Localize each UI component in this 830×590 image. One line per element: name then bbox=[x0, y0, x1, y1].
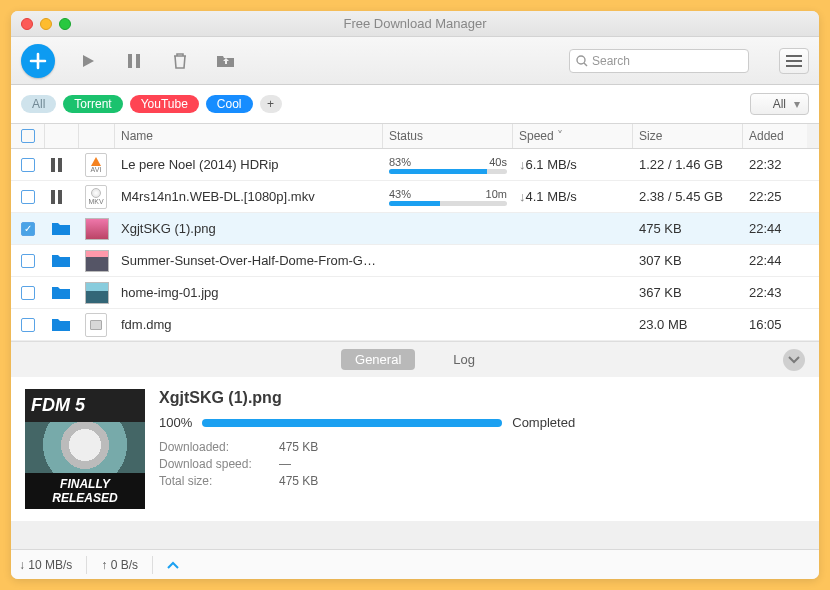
table-row[interactable]: XgjtSKG (1).png 475 KB 22:44 bbox=[11, 213, 819, 245]
column-icon bbox=[79, 124, 115, 148]
file-icon: MKV bbox=[85, 185, 107, 209]
row-name: Le pere Noel (2014) HDRip bbox=[121, 157, 279, 172]
row-added: 22:44 bbox=[749, 221, 782, 236]
trash-icon bbox=[172, 52, 188, 70]
tag-youtube[interactable]: YouTube bbox=[130, 95, 199, 113]
main-toolbar: Search bbox=[11, 37, 819, 85]
pause-button[interactable] bbox=[121, 53, 147, 69]
table-row[interactable]: AVI Le pere Noel (2014) HDRip 83%40s 6.1… bbox=[11, 149, 819, 181]
select-all-checkbox[interactable] bbox=[21, 129, 35, 143]
row-name: XgjtSKG (1).png bbox=[121, 221, 216, 236]
row-size: 1.22 / 1.46 GB bbox=[639, 157, 723, 172]
tag-all[interactable]: All bbox=[21, 95, 56, 113]
column-state bbox=[45, 124, 79, 148]
column-size[interactable]: Size bbox=[633, 124, 743, 148]
row-size: 23.0 MB bbox=[639, 317, 687, 332]
minimize-window-button[interactable] bbox=[40, 18, 52, 30]
row-checkbox[interactable] bbox=[21, 254, 35, 268]
search-placeholder: Search bbox=[592, 54, 630, 68]
row-added: 16:05 bbox=[749, 317, 782, 332]
column-checkbox[interactable] bbox=[11, 124, 45, 148]
hamburger-icon bbox=[786, 55, 802, 67]
window-title: Free Download Manager bbox=[343, 16, 486, 31]
progress-cell: 43%10m bbox=[389, 188, 507, 206]
table-row[interactable]: home-img-01.jpg 367 KB 22:43 bbox=[11, 277, 819, 309]
row-checkbox[interactable] bbox=[21, 318, 35, 332]
file-icon: AVI bbox=[85, 153, 107, 177]
play-icon bbox=[80, 53, 96, 69]
column-name[interactable]: Name bbox=[115, 124, 383, 148]
row-speed: 6.1 MB/s bbox=[526, 157, 577, 172]
delete-button[interactable] bbox=[167, 52, 193, 70]
thumbnail-icon bbox=[85, 218, 109, 240]
add-download-button[interactable] bbox=[21, 44, 55, 78]
collapse-detail-button[interactable] bbox=[783, 349, 805, 371]
folder-icon[interactable] bbox=[51, 253, 71, 269]
row-added: 22:43 bbox=[749, 285, 782, 300]
thumbnail-icon bbox=[85, 282, 109, 304]
table-row[interactable]: Summer-Sunset-Over-Half-Dome-From-Glacie… bbox=[11, 245, 819, 277]
row-added: 22:44 bbox=[749, 253, 782, 268]
row-size: 367 KB bbox=[639, 285, 682, 300]
tag-torrent[interactable]: Torrent bbox=[63, 95, 122, 113]
pause-icon bbox=[127, 53, 141, 69]
scrollbar-gutter bbox=[807, 124, 819, 148]
row-checkbox[interactable] bbox=[21, 286, 35, 300]
search-icon bbox=[576, 55, 588, 67]
status-bar: ↓ 10 MB/s ↑ 0 B/s bbox=[11, 549, 819, 579]
folder-icon[interactable] bbox=[51, 285, 71, 301]
search-input[interactable]: Search bbox=[569, 49, 749, 73]
progress-cell: 83%40s bbox=[389, 156, 507, 174]
row-speed: 4.1 MB/s bbox=[526, 189, 577, 204]
svg-rect-0 bbox=[128, 54, 132, 68]
detail-panel: FDM 5 FINALLY RELEASED XgjtSKG (1).png 1… bbox=[11, 377, 819, 521]
tag-bar: All Torrent YouTube Cool + All bbox=[11, 85, 819, 123]
tab-log[interactable]: Log bbox=[439, 349, 489, 370]
row-checkbox[interactable] bbox=[21, 158, 35, 172]
table-row[interactable]: MKV M4rs14n1n.WEB-DL.[1080p].mkv 43%10m … bbox=[11, 181, 819, 213]
preview-image: FDM 5 FINALLY RELEASED bbox=[25, 389, 145, 509]
maximize-window-button[interactable] bbox=[59, 18, 71, 30]
plus-icon bbox=[29, 52, 47, 70]
pause-icon bbox=[51, 158, 62, 172]
traffic-lights bbox=[21, 18, 71, 30]
detail-progress: 100% Completed bbox=[159, 415, 805, 430]
row-checkbox[interactable] bbox=[21, 222, 35, 236]
expand-status-button[interactable] bbox=[167, 561, 179, 569]
app-window: Free Download Manager Search All Torrent bbox=[11, 11, 819, 579]
row-name: M4rs14n1n.WEB-DL.[1080p].mkv bbox=[121, 189, 315, 204]
row-checkbox[interactable] bbox=[21, 190, 35, 204]
close-window-button[interactable] bbox=[21, 18, 33, 30]
status-filter-dropdown[interactable]: All bbox=[750, 93, 809, 115]
pause-icon bbox=[51, 190, 62, 204]
add-tag-button[interactable]: + bbox=[260, 95, 282, 113]
play-button[interactable] bbox=[75, 53, 101, 69]
column-added[interactable]: Added bbox=[743, 124, 807, 148]
thumbnail-icon bbox=[85, 250, 109, 272]
row-size: 307 KB bbox=[639, 253, 682, 268]
titlebar: Free Download Manager bbox=[11, 11, 819, 37]
chevron-up-icon bbox=[167, 561, 179, 569]
folder-icon[interactable] bbox=[51, 221, 71, 237]
folder-open-icon bbox=[216, 53, 236, 69]
file-icon bbox=[85, 313, 107, 337]
download-rate: ↓ 10 MB/s bbox=[19, 558, 72, 572]
upload-rate: ↑ 0 B/s bbox=[101, 558, 138, 572]
table-row[interactable]: fdm.dmg 23.0 MB 16:05 bbox=[11, 309, 819, 341]
row-size: 2.38 / 5.45 GB bbox=[639, 189, 723, 204]
folder-icon[interactable] bbox=[51, 317, 71, 333]
table-header: Name Status Speed Size Added bbox=[11, 123, 819, 149]
column-speed[interactable]: Speed bbox=[513, 124, 633, 148]
status-filter-value: All bbox=[773, 97, 786, 111]
tab-general[interactable]: General bbox=[341, 349, 415, 370]
column-status[interactable]: Status bbox=[383, 124, 513, 148]
menu-button[interactable] bbox=[779, 48, 809, 74]
row-name: Summer-Sunset-Over-Half-Dome-From-Glacie… bbox=[121, 253, 377, 268]
row-added: 22:32 bbox=[749, 157, 782, 172]
open-folder-button[interactable] bbox=[213, 53, 239, 69]
row-size: 475 KB bbox=[639, 221, 682, 236]
row-added: 22:25 bbox=[749, 189, 782, 204]
tag-cool[interactable]: Cool bbox=[206, 95, 253, 113]
download-list: AVI Le pere Noel (2014) HDRip 83%40s 6.1… bbox=[11, 149, 819, 341]
chevron-down-icon bbox=[788, 356, 800, 364]
